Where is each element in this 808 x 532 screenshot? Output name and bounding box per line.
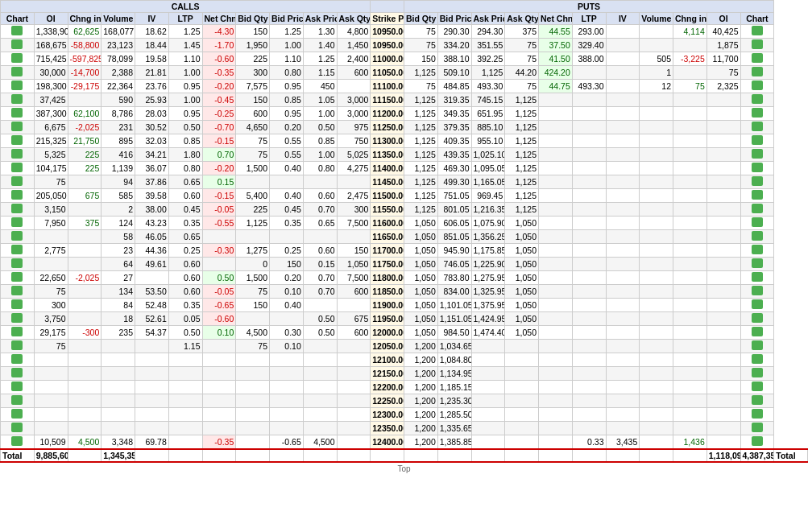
chart-icon[interactable]: [752, 149, 763, 159]
chart-icon[interactable]: [11, 327, 23, 336]
chart-cell-calls[interactable]: [1, 312, 35, 326]
chart-icon[interactable]: [11, 204, 23, 213]
chart-icon[interactable]: [752, 272, 763, 282]
chart-cell-calls[interactable]: [1, 52, 35, 66]
chart-icon[interactable]: [11, 163, 23, 172]
chart-cell-calls[interactable]: [1, 422, 35, 435]
chart-icon[interactable]: [11, 53, 23, 63]
chart-cell-calls[interactable]: [1, 435, 35, 450]
chart-icon[interactable]: [752, 340, 763, 350]
chart-cell-calls[interactable]: [1, 25, 35, 39]
chart-cell-puts[interactable]: [740, 52, 774, 66]
chart-icon[interactable]: [11, 231, 23, 241]
chart-cell-puts[interactable]: [740, 340, 774, 353]
chart-icon[interactable]: [11, 272, 23, 282]
chart-icon[interactable]: [11, 245, 23, 254]
chart-icon[interactable]: [752, 190, 763, 200]
chart-cell-puts[interactable]: [740, 93, 774, 107]
chart-icon[interactable]: [752, 39, 763, 49]
chart-cell-puts[interactable]: [740, 244, 774, 258]
chart-cell-puts[interactable]: [740, 312, 774, 326]
chart-icon[interactable]: [11, 67, 23, 76]
chart-icon[interactable]: [752, 204, 763, 213]
chart-icon[interactable]: [11, 368, 23, 377]
chart-icon[interactable]: [11, 80, 23, 90]
chart-cell-puts[interactable]: [740, 299, 774, 312]
chart-cell-calls[interactable]: [1, 381, 35, 394]
chart-cell-calls[interactable]: [1, 326, 35, 340]
chart-icon[interactable]: [752, 163, 763, 172]
chart-cell-calls[interactable]: [1, 230, 35, 244]
chart-icon[interactable]: [11, 436, 23, 446]
chart-cell-puts[interactable]: [740, 353, 774, 367]
chart-icon[interactable]: [11, 423, 23, 432]
chart-icon[interactable]: [752, 122, 763, 131]
chart-icon[interactable]: [11, 217, 23, 227]
chart-icon[interactable]: [752, 436, 763, 446]
chart-icon[interactable]: [11, 94, 23, 104]
chart-cell-puts[interactable]: [740, 326, 774, 340]
chart-cell-calls[interactable]: [1, 80, 35, 93]
chart-cell-calls[interactable]: [1, 271, 35, 285]
chart-cell-calls[interactable]: [1, 203, 35, 217]
chart-icon[interactable]: [11, 258, 23, 268]
chart-icon[interactable]: [11, 354, 23, 364]
chart-cell-puts[interactable]: [740, 80, 774, 93]
chart-icon[interactable]: [752, 53, 763, 63]
chart-icon[interactable]: [11, 286, 23, 295]
chart-cell-calls[interactable]: [1, 340, 35, 353]
chart-cell-calls[interactable]: [1, 175, 35, 189]
chart-cell-puts[interactable]: [740, 285, 774, 299]
chart-icon[interactable]: [11, 409, 23, 419]
chart-cell-puts[interactable]: [740, 394, 774, 408]
chart-cell-puts[interactable]: [740, 148, 774, 162]
chart-icon[interactable]: [11, 340, 23, 350]
chart-icon[interactable]: [752, 368, 763, 377]
chart-icon[interactable]: [11, 299, 23, 309]
chart-cell-puts[interactable]: [740, 258, 774, 271]
chart-icon[interactable]: [11, 39, 23, 49]
chart-icon[interactable]: [752, 80, 763, 90]
chart-icon[interactable]: [752, 299, 763, 309]
chart-cell-puts[interactable]: [740, 435, 774, 450]
chart-cell-calls[interactable]: [1, 162, 35, 175]
chart-cell-puts[interactable]: [740, 25, 774, 39]
chart-cell-puts[interactable]: [740, 408, 774, 422]
chart-cell-puts[interactable]: [740, 367, 774, 381]
chart-cell-calls[interactable]: [1, 285, 35, 299]
chart-icon[interactable]: [11, 395, 23, 405]
chart-icon[interactable]: [752, 354, 763, 364]
chart-icon[interactable]: [11, 135, 23, 145]
chart-cell-calls[interactable]: [1, 39, 35, 52]
chart-icon[interactable]: [11, 176, 23, 186]
chart-icon[interactable]: [752, 313, 763, 323]
chart-icon[interactable]: [752, 409, 763, 419]
chart-cell-puts[interactable]: [740, 230, 774, 244]
chart-cell-puts[interactable]: [740, 121, 774, 134]
chart-icon[interactable]: [11, 313, 23, 323]
chart-cell-calls[interactable]: [1, 134, 35, 148]
chart-icon[interactable]: [11, 122, 23, 131]
chart-icon[interactable]: [752, 26, 763, 35]
chart-cell-calls[interactable]: [1, 189, 35, 203]
chart-cell-calls[interactable]: [1, 353, 35, 367]
chart-cell-calls[interactable]: [1, 394, 35, 408]
chart-icon[interactable]: [11, 149, 23, 159]
chart-cell-calls[interactable]: [1, 93, 35, 107]
chart-cell-calls[interactable]: [1, 121, 35, 134]
chart-icon[interactable]: [11, 108, 23, 118]
chart-cell-calls[interactable]: [1, 148, 35, 162]
chart-icon[interactable]: [752, 286, 763, 295]
chart-cell-calls[interactable]: [1, 367, 35, 381]
chart-cell-puts[interactable]: [740, 175, 774, 189]
chart-cell-puts[interactable]: [740, 271, 774, 285]
chart-cell-calls[interactable]: [1, 217, 35, 230]
chart-icon[interactable]: [11, 381, 23, 391]
chart-icon[interactable]: [752, 94, 763, 104]
chart-cell-puts[interactable]: [740, 189, 774, 203]
chart-icon[interactable]: [752, 108, 763, 118]
chart-icon[interactable]: [11, 26, 23, 35]
chart-icon[interactable]: [752, 423, 763, 432]
chart-cell-puts[interactable]: [740, 107, 774, 121]
chart-cell-puts[interactable]: [740, 422, 774, 435]
